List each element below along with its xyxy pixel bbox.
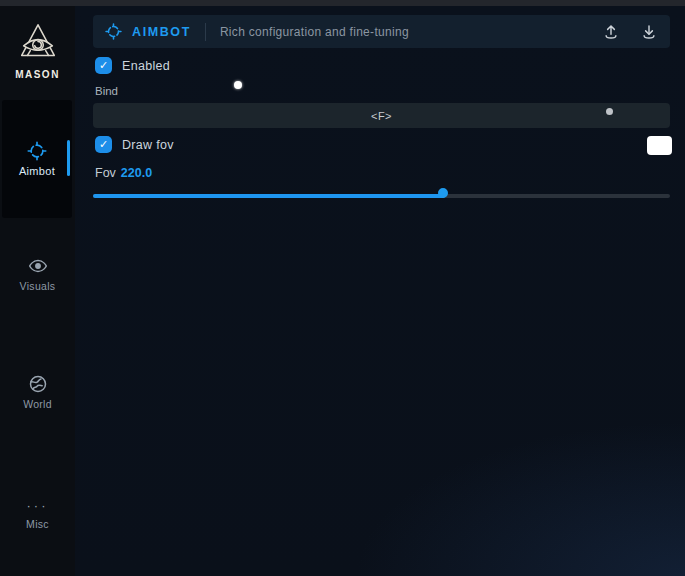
eye-icon [28, 256, 48, 276]
checkmark-icon: ✓ [99, 60, 108, 71]
sidebar-item-visuals[interactable]: Visuals [0, 256, 75, 292]
bind-value: <F> [371, 110, 392, 122]
fov-slider-handle[interactable] [438, 188, 448, 198]
bind-input[interactable]: <F> [93, 103, 670, 128]
fov-label-row: Fov220.0 [95, 166, 152, 180]
enabled-label: Enabled [122, 59, 170, 73]
logo-label: MASON [0, 69, 75, 80]
page-header: AIMBOT Rich configuration and fine-tunin… [93, 15, 670, 48]
sidebar-item-label: Aimbot [19, 165, 55, 177]
draw-fov-row: ✓ Draw fov [95, 136, 174, 153]
bind-field-dot [606, 108, 613, 115]
header-divider [205, 23, 206, 41]
checkmark-icon: ✓ [99, 139, 108, 150]
sidebar-item-label: Misc [0, 518, 75, 530]
bind-label: Bind [95, 85, 118, 97]
fov-slider-fill [93, 194, 445, 198]
sidebar-item-world[interactable]: World [0, 374, 75, 410]
page-subtitle: Rich configuration and fine-tuning [220, 25, 409, 39]
enabled-row: ✓ Enabled [95, 57, 170, 74]
draw-fov-label: Draw fov [122, 138, 174, 152]
fov-value: 220.0 [121, 166, 152, 180]
mason-menu-window: MASON Aimbot Visuals [0, 0, 685, 576]
fov-label: Fov [95, 166, 116, 180]
crosshair-icon [105, 23, 122, 40]
fov-color-swatch[interactable] [647, 136, 672, 155]
download-icon[interactable] [640, 23, 658, 41]
mason-eye-pyramid-icon [0, 20, 75, 66]
enabled-checkbox[interactable]: ✓ [95, 57, 112, 74]
page-title: AIMBOT [132, 25, 191, 39]
sidebar: MASON Aimbot Visuals [0, 6, 75, 576]
crosshair-icon [27, 141, 47, 161]
ellipsis-icon: ··· [0, 496, 75, 516]
mason-logo: MASON [0, 20, 75, 80]
sidebar-item-misc[interactable]: ··· Misc [0, 496, 75, 530]
draw-fov-checkbox[interactable]: ✓ [95, 136, 112, 153]
sidebar-item-aimbot[interactable]: Aimbot [2, 100, 72, 218]
fov-slider[interactable] [93, 188, 670, 203]
active-tab-indicator [67, 140, 70, 176]
globe-icon [28, 374, 48, 394]
sidebar-item-label: World [0, 398, 75, 410]
main-panel: AIMBOT Rich configuration and fine-tunin… [75, 6, 685, 576]
mouse-cursor-dot [234, 81, 242, 89]
sidebar-item-label: Visuals [0, 280, 75, 292]
upload-icon[interactable] [602, 23, 620, 41]
